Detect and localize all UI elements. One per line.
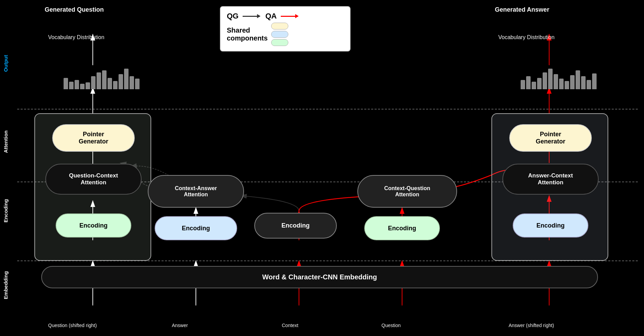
bar — [119, 74, 123, 89]
bar — [537, 78, 542, 89]
bar — [113, 81, 118, 89]
qa-pointer-generator: Pointer Generator — [509, 124, 592, 152]
bar — [80, 84, 85, 89]
bar — [532, 82, 536, 89]
qg-module-box: Pointer Generator Question-Context Atten… — [34, 113, 151, 261]
question-encoding-right: Encoding — [364, 216, 440, 240]
answer-label: Answer — [172, 323, 188, 328]
legend-box: QG QA Shared components — [220, 6, 351, 51]
legend-oval-yellow — [271, 23, 288, 30]
embedding-section-label: Embedding — [3, 271, 9, 299]
bar — [526, 76, 531, 89]
encoding-section-label: Encoding — [3, 199, 9, 222]
bar — [86, 82, 90, 89]
context-answer-attention: Context-Answer Attention — [148, 175, 244, 208]
qa-encoding: Encoding — [513, 213, 588, 237]
answer-shifted-label: Answer (shifted right) — [509, 323, 554, 328]
legend-shared-label: Shared components — [227, 26, 268, 42]
legend-oval-blue — [271, 31, 288, 38]
legend-qg-label: QG — [227, 12, 238, 21]
bar — [91, 76, 96, 89]
bar — [130, 76, 134, 89]
qa-module-box: Pointer Generator Answer-Context Attenti… — [491, 113, 608, 261]
bar — [576, 70, 580, 89]
bar — [587, 80, 591, 89]
bar — [108, 78, 112, 89]
bar — [570, 75, 575, 89]
bar — [75, 80, 79, 89]
qg-bar-chart — [64, 67, 140, 89]
context-question-attention: Context-Question Attention — [357, 175, 457, 208]
bar — [543, 72, 547, 89]
context-label: Context — [282, 323, 298, 328]
legend-qa-label: QA — [265, 12, 277, 21]
legend-arrow-black — [243, 16, 260, 17]
diagram-container: QG QA Shared components Output Attention… — [0, 0, 644, 336]
attention-section-label: Attention — [3, 130, 9, 153]
question-label: Question — [381, 323, 401, 328]
bar — [97, 72, 101, 89]
bar — [102, 70, 107, 89]
bar — [559, 79, 564, 89]
qg-vocab-label: Vocabulary Distribution — [48, 34, 104, 40]
legend-oval-green — [271, 39, 288, 46]
legend-shared-row: Shared components — [227, 23, 344, 46]
bar — [554, 74, 558, 89]
context-encoding: Encoding — [254, 213, 337, 239]
qg-pointer-generator: Pointer Generator — [52, 124, 135, 152]
bar — [548, 69, 553, 89]
bar — [565, 81, 569, 89]
output-section-label: Output — [3, 55, 9, 72]
qa-vocab-label: Vocabulary Distribution — [498, 34, 555, 40]
bar — [64, 78, 68, 89]
qa-attention: Answer-Context Attention — [502, 164, 599, 195]
bar — [521, 80, 525, 89]
legend-arrow-red — [281, 16, 298, 17]
bar — [592, 73, 597, 89]
qg-attention: Question-Context Attention — [45, 164, 142, 195]
question-shifted-label: Question (shifted right) — [48, 323, 97, 328]
qg-generated-label: Generated Question — [45, 6, 104, 13]
embedding-bar: Word & Character-CNN Embedding — [41, 266, 598, 288]
qg-encoding: Encoding — [56, 213, 131, 237]
bar — [69, 82, 74, 89]
answer-encoding-left: Encoding — [155, 216, 237, 240]
legend-qg-row: QG QA — [227, 12, 344, 21]
qa-generated-label: Generated Answer — [495, 6, 549, 13]
bar — [135, 79, 140, 89]
legend-ovals — [271, 23, 288, 46]
qa-bar-chart — [521, 67, 597, 89]
bar — [124, 69, 129, 89]
bar — [581, 76, 586, 89]
